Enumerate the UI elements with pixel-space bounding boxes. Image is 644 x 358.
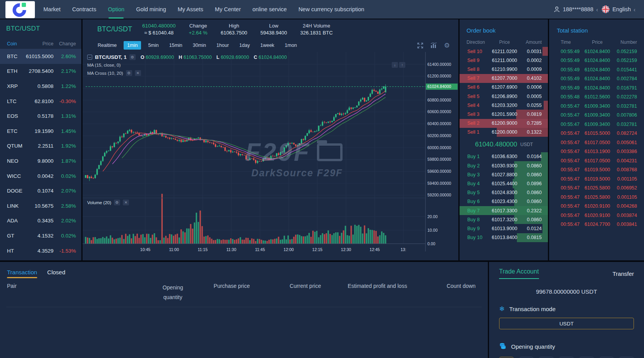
order-row-sell-10[interactable]: Sell 1061211.02000.0031 — [460, 47, 548, 56]
coin-row-etc[interactable]: ETC19.15901.45% — [0, 124, 81, 139]
trade-number: 0.001105 — [610, 176, 644, 182]
coin-row-gt[interactable]: GT4.15320.02% — [0, 228, 81, 243]
chart-region[interactable]: 61400.0000061200.0000060800.0000060600.0… — [83, 52, 458, 260]
tab-transaction[interactable]: Transaction — [7, 269, 37, 278]
coin-change: 2.02% — [53, 218, 81, 224]
order-row-sell-7[interactable]: Sell 761207.70000.4102 — [460, 74, 548, 83]
logo[interactable] — [5, 1, 35, 18]
order-row-buy-4[interactable]: Buy 461025.44000.0896 — [460, 179, 548, 188]
nav-item-my-center[interactable]: My Center — [215, 0, 241, 19]
ma-cross-close-icon[interactable]: ✕ — [135, 70, 141, 76]
settings-gear-icon[interactable]: ⚙ — [444, 41, 450, 50]
order-row-sell-5[interactable]: Sell 561206.89000.0005 — [460, 92, 548, 101]
chart-legend: – BTC/USDT, 1 ⚙ O 60928.69000 H 61063.75… — [87, 54, 287, 60]
timeframe-1hour[interactable]: 1hour — [213, 41, 232, 50]
language-selector[interactable]: English ‹ — [602, 5, 635, 13]
indicator-icon[interactable] — [430, 43, 437, 48]
account-balance: 99678.00000000 USDT — [499, 288, 634, 295]
coin-row-xrp[interactable]: XRP0.58081.22% — [0, 79, 81, 94]
nav-item-my-assets[interactable]: My Assets — [178, 0, 203, 19]
trade-price: 61019.5000 — [585, 167, 610, 172]
coin-header[interactable]: Coin — [0, 41, 24, 46]
order-row-sell-8[interactable]: Sell 861210.99000.0009 — [460, 65, 548, 74]
coin-row-link[interactable]: LINK10.56752.58% — [0, 198, 81, 213]
order-row-sell-6[interactable]: Sell 661207.69000.0006 — [460, 83, 548, 92]
coin-row-eos[interactable]: EOS0.51781.31% — [0, 108, 81, 124]
trade-account-tab[interactable]: Trade Account — [499, 268, 539, 279]
trade-number: 0.016791 — [610, 85, 644, 91]
order-row-buy-6[interactable]: Buy 661023.43000.0860 — [460, 197, 548, 206]
nav-right: 188****8888 ‹ English ‹ — [554, 5, 644, 13]
order-direction: Buy 7 — [460, 208, 490, 213]
volume-close-icon[interactable]: ✕ — [123, 200, 129, 205]
order-row-buy-2[interactable]: Buy 261030.93000.0860 — [460, 161, 548, 170]
order-row-sell-3[interactable]: Sell 361201.59000.0819 — [460, 110, 548, 119]
nav-item-new-currency-subscription[interactable]: New currency subscription — [298, 0, 364, 19]
coin-row-btc[interactable]: BTC61015.50002.60% — [0, 49, 81, 64]
transaction-mode-select[interactable]: USDT — [499, 318, 634, 329]
watermark-text: F29F — [245, 138, 311, 167]
order-book-headers: Direction Price Amount — [460, 38, 548, 47]
order-amount: 0.0164 — [519, 154, 548, 159]
legend-gear-icon[interactable]: ⚙ — [129, 54, 136, 60]
order-row-buy-1[interactable]: Buy 161036.63000.0164 — [460, 152, 548, 161]
user-menu[interactable]: 188****8888 ‹ — [554, 6, 598, 13]
nav-item-contracts[interactable]: Contracts — [72, 0, 96, 19]
change-header[interactable]: Change — [53, 41, 81, 46]
count-down-column-header: Count down — [447, 283, 476, 289]
order-amount: 0.0815 — [519, 235, 548, 240]
coin-row-qtum[interactable]: QTUM2.25111.92% — [0, 139, 81, 154]
order-row-sell-9[interactable]: Sell 961211.00000.0002 — [460, 56, 548, 65]
coin-row-doge[interactable]: DOGE0.10742.07% — [0, 183, 81, 198]
coin-price: 19.1590 — [24, 128, 53, 134]
trade-number: 0.003841 — [610, 222, 644, 227]
trade-number: 0.032781 — [610, 122, 644, 127]
timeframe-30min[interactable]: 30min — [189, 41, 210, 50]
order-row-buy-10[interactable]: Buy 1061013.84000.0815 — [460, 233, 548, 242]
nav-item-online-service[interactable]: online service — [252, 0, 287, 19]
timeframe-realtime[interactable]: Realtime — [94, 41, 120, 50]
order-row-sell-2[interactable]: Sell 261200.90000.7285 — [460, 119, 548, 128]
timeframe-15min[interactable]: 15min — [166, 41, 186, 50]
arrow-up-icon[interactable]: ↑ — [399, 62, 405, 68]
coin-row-ada[interactable]: ADA0.34352.02% — [0, 213, 81, 229]
timeframe-1mon[interactable]: 1mon — [281, 41, 300, 50]
volume-gear-icon[interactable]: ⚙ — [114, 200, 120, 205]
arrow-down-icon[interactable]: ↓ — [392, 62, 398, 68]
order-row-sell-4[interactable]: Sell 461203.32000.0255 — [460, 101, 548, 110]
svg-text:61200.00000: 61200.00000 — [427, 74, 451, 78]
tab-closed[interactable]: Closed — [47, 269, 65, 278]
timeframe-5min[interactable]: 5min — [145, 41, 162, 50]
order-amount: 0.0819 — [519, 112, 548, 117]
order-row-buy-7[interactable]: Buy 761017.33000.2322 — [460, 206, 548, 215]
trade-rows: 00:55:4961024.84000.05215900:55:4961024.… — [549, 47, 644, 229]
coin-row-ltc[interactable]: LTC62.8100-0.30% — [0, 94, 81, 109]
order-row-buy-3[interactable]: Buy 361027.88000.0860 — [460, 170, 548, 179]
timeframe-1week[interactable]: 1week — [257, 41, 278, 50]
nav-item-market[interactable]: Market — [43, 0, 60, 19]
trade-time: 00:55:47 — [549, 213, 585, 218]
timeframe-1min[interactable]: 1min — [124, 41, 141, 50]
transfer-link[interactable]: Transfer — [613, 270, 634, 277]
ma-cross-gear-icon[interactable]: ⚙ — [126, 70, 132, 76]
nav-item-option[interactable]: Option — [108, 0, 124, 19]
coin-change: 1.22% — [53, 83, 81, 89]
trade-time: 00:55:49 — [549, 67, 585, 72]
price-header[interactable]: Price — [24, 41, 53, 46]
fullscreen-icon[interactable] — [417, 42, 424, 49]
snowflake-icon: ❄ — [499, 305, 505, 313]
coin-row-ht[interactable]: HT4.3529-1.53% — [0, 243, 81, 258]
order-row-buy-9[interactable]: Buy 961013.90000.0124 — [460, 224, 548, 233]
order-row-sell-1[interactable]: Sell 161200.00000.1322 — [460, 128, 548, 137]
coin-row-wicc[interactable]: WICC0.00420.02% — [0, 169, 81, 184]
order-row-buy-8[interactable]: Buy 861017.32000.0860 — [460, 215, 548, 224]
collapse-icon[interactable]: – — [87, 55, 92, 60]
nav-item-gold-mining[interactable]: Gold mining — [136, 0, 166, 19]
chevron-icon: ‹ — [634, 6, 635, 13]
order-row-buy-5[interactable]: Buy 561024.83000.0860 — [460, 188, 548, 197]
coin-row-eth[interactable]: ETH2708.54002.17% — [0, 64, 81, 79]
timeframe-1day[interactable]: 1day — [236, 41, 253, 50]
order-amount: 0.0031 — [519, 49, 548, 54]
coin-row-neo[interactable]: NEO9.80001.87% — [0, 153, 81, 169]
order-amount: 0.4102 — [519, 76, 548, 81]
